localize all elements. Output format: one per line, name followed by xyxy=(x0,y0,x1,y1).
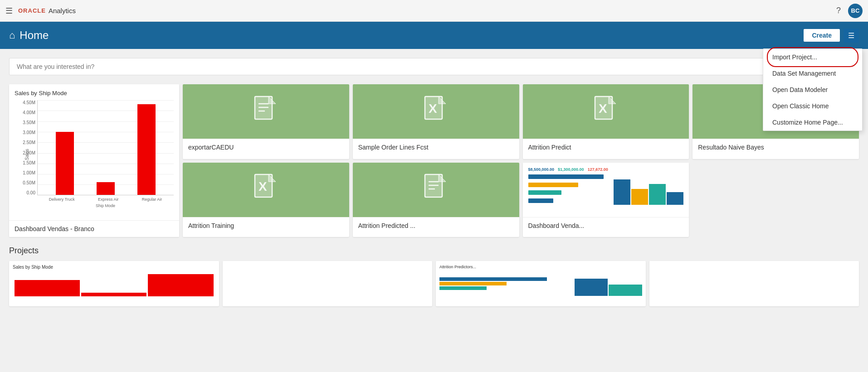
y-label-400: 4.00M xyxy=(23,110,35,115)
y-label-050: 0.50M xyxy=(23,180,35,185)
project-label-1: Sales by Ship Mode xyxy=(13,265,215,270)
dropdown-item-dataset[interactable]: Data Set Management xyxy=(763,65,862,82)
main-content: Sales by Ship Mode Sales 4.50M 4.00M 3.5… xyxy=(0,49,868,315)
projects-title: Projects xyxy=(9,246,859,256)
card-label-attrition-training: Attrition Training xyxy=(183,217,349,234)
chart-area: Sales by Ship Mode Sales 4.50M 4.00M 3.5… xyxy=(9,84,179,220)
card-attrition-predict[interactable]: X Attrition Predict xyxy=(523,84,689,159)
h-bar-4 xyxy=(528,198,553,203)
home-header: ⌂ Home Create ☰ xyxy=(0,22,868,49)
hamburger-icon[interactable]: ☰ xyxy=(5,6,13,16)
oracle-label: ORACLE xyxy=(18,7,46,14)
card-label-attrition-predicted: Attrition Predicted ... xyxy=(353,217,519,234)
y-label-150: 1.50M xyxy=(23,160,35,165)
bar-express-air xyxy=(97,182,115,195)
venda-num-3: 127,672.00 xyxy=(588,167,608,172)
topbar: ☰ ORACLE Analytics ? BC xyxy=(0,0,868,22)
excel-icon: X xyxy=(424,96,448,128)
project-card-3[interactable]: Attrition Predictors... xyxy=(436,261,646,306)
project-card-2[interactable] xyxy=(223,261,433,306)
svg-text:X: X xyxy=(599,101,607,116)
card-attrition-training-icon-area: X xyxy=(183,163,349,217)
y-label-300: 3.00M xyxy=(23,130,35,135)
mini-bar-2 xyxy=(81,293,146,296)
card-label-attrition-predict: Attrition Predict xyxy=(523,139,689,155)
project-card-1[interactable]: Sales by Ship Mode xyxy=(9,261,219,306)
card-exportar-caedu-icon-area xyxy=(183,84,349,139)
v-bar-4 xyxy=(667,192,683,205)
h-bar-2 xyxy=(528,183,579,187)
card-dashboard-vendas-branco[interactable]: Sales by Ship Mode Sales 4.50M 4.00M 3.5… xyxy=(9,84,179,237)
card-label-dashboard-venda2: Dashboard Venda... xyxy=(523,217,689,234)
y-label-100: 1.00M xyxy=(23,170,35,175)
page-title: Home xyxy=(20,29,49,42)
home-header-right: Create ☰ xyxy=(804,29,859,43)
project-label-3: Attrition Predictors... xyxy=(439,265,642,269)
venda-num-1: $8,500,000.00 xyxy=(528,167,555,172)
projects-grid: Sales by Ship Mode Attrition Predictor xyxy=(9,261,859,306)
hamburger-menu-button[interactable]: ☰ xyxy=(844,29,859,43)
y-label-000: 0.00 xyxy=(27,190,35,195)
card-label-exportar: exportarCAEDU xyxy=(183,139,349,155)
svg-text:X: X xyxy=(258,179,267,193)
projects-section: Projects Sales by Ship Mode xyxy=(9,246,859,306)
card-exportar-caedu[interactable]: exportarCAEDU xyxy=(183,84,349,159)
bar-delivery-truck xyxy=(56,132,74,195)
card-venda-preview: $8,500,000.00 $1,300,000.00 127,672.00 xyxy=(523,163,689,217)
project-card-4[interactable] xyxy=(649,261,859,306)
h-bar-3 xyxy=(528,190,562,195)
dropdown-item-import[interactable]: Import Project... xyxy=(763,49,862,65)
bars-container xyxy=(37,100,174,195)
dropdown-menu: Import Project... Data Set Management Op… xyxy=(763,48,863,131)
venda-num-2: $1,300,000.00 xyxy=(558,167,584,172)
dropdown-item-classic[interactable]: Open Classic Home xyxy=(763,98,862,114)
y-label-350: 3.50M xyxy=(23,120,35,125)
chart-title: Sales by Ship Mode xyxy=(15,90,174,97)
v-bar-3 xyxy=(649,184,666,205)
y-label-200: 2.00M xyxy=(23,150,35,155)
y-axis: 4.50M 4.00M 3.50M 3.00M 2.50M 2.00M 1.50… xyxy=(15,100,37,195)
y-label-250: 2.50M xyxy=(23,140,35,145)
create-button[interactable]: Create xyxy=(804,29,840,42)
v-bar-1 xyxy=(614,179,630,205)
excel-icon-2: X xyxy=(594,96,618,128)
card-sample-order[interactable]: X Sample Order Lines Fcst xyxy=(353,84,519,159)
search-input[interactable] xyxy=(9,58,859,75)
card-label-dashboard-vendas: Dashboard Vendas - Branco xyxy=(9,220,179,237)
card-attrition-predicted-icon-area xyxy=(353,163,519,217)
topbar-right: ? BC xyxy=(836,4,863,18)
h-bar-1 xyxy=(528,174,604,179)
svg-text:X: X xyxy=(429,101,437,116)
dropdown-item-modeler[interactable]: Open Data Modeler xyxy=(763,82,862,98)
card-sample-order-icon-area: X xyxy=(353,84,519,139)
mini-bar-3 xyxy=(148,274,213,297)
mini-bar-1 xyxy=(15,280,80,296)
doc-icon-3 xyxy=(424,174,448,206)
help-icon[interactable]: ? xyxy=(836,6,841,15)
doc-icon xyxy=(254,96,278,128)
card-dashboard-venda2[interactable]: $8,500,000.00 $1,300,000.00 127,672.00 xyxy=(523,163,689,237)
oracle-logo: ORACLE Analytics xyxy=(18,7,76,14)
bar-regular-air xyxy=(137,104,156,195)
cards-grid: Sales by Ship Mode Sales 4.50M 4.00M 3.5… xyxy=(9,84,859,237)
home-icon: ⌂ xyxy=(9,29,15,41)
card-label-resultado: Resultado Naive Bayes xyxy=(692,139,859,155)
avatar[interactable]: BC xyxy=(848,4,863,18)
v-bar-2 xyxy=(631,189,648,205)
chart-container: Sales 4.50M 4.00M 3.50M 3.00M 2.50M 2.00… xyxy=(15,100,174,209)
dropdown-item-customize[interactable]: Customize Home Page... xyxy=(763,114,862,130)
topbar-left: ☰ ORACLE Analytics xyxy=(5,6,76,16)
card-attrition-predict-icon-area: X xyxy=(523,84,689,139)
card-label-sample-order: Sample Order Lines Fcst xyxy=(353,139,519,155)
excel-icon-3: X xyxy=(254,174,278,206)
home-header-left: ⌂ Home xyxy=(9,29,49,42)
x-axis-title: Ship Mode xyxy=(96,203,115,208)
analytics-label: Analytics xyxy=(49,7,76,14)
card-attrition-training[interactable]: X Attrition Training xyxy=(183,163,349,237)
card-attrition-predicted[interactable]: Attrition Predicted ... xyxy=(353,163,519,237)
y-label-450: 4.50M xyxy=(23,100,35,105)
